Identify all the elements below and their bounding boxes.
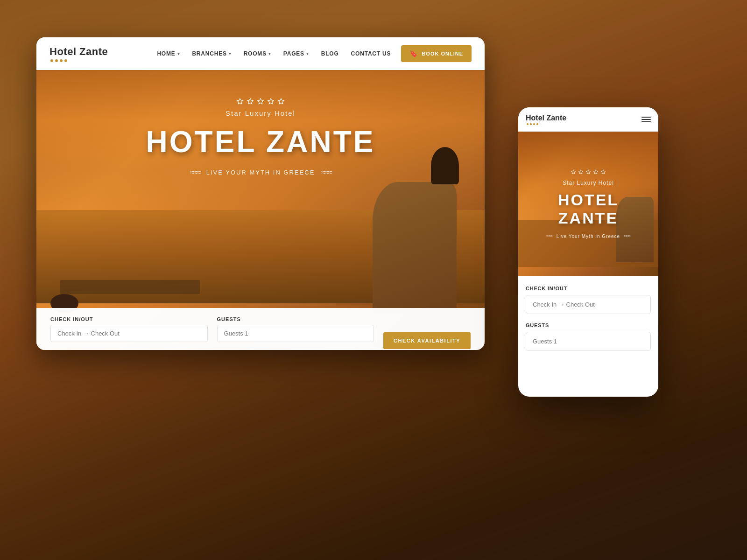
hero-tagline: Live Your Myth In Greece (206, 169, 315, 176)
mobile-star-1 (571, 168, 576, 177)
mobile-checkin-input[interactable] (526, 295, 651, 314)
mobile-wave-right: ≈≈≈ (624, 233, 630, 239)
desktop-nav-menu: HOME ▾ BRANCHES ▾ ROOMS ▾ PAGES ▾ BLOG C… (152, 48, 395, 60)
star-icon-5 (277, 98, 285, 105)
nav-item-blog[interactable]: BLOG (317, 48, 344, 60)
logo-dot-3 (60, 59, 63, 62)
mobile-booking-section: Check In/Out Guests (518, 276, 658, 369)
hamburger-line-3 (641, 121, 651, 122)
star-icon-3 (257, 98, 264, 105)
dock-element (60, 280, 200, 294)
mobile-guests-field: Guests (526, 322, 651, 351)
nav-branches-label: BRANCHES (192, 50, 226, 57)
nav-item-home[interactable]: HOME ▾ (152, 48, 184, 60)
book-online-label: BOOK ONLINE (422, 51, 463, 56)
mobile-hero: Star Luxury Hotel HOTEL ZANTE ≈≈≈ Live Y… (518, 132, 658, 276)
hamburger-line-1 (641, 117, 651, 118)
logo-dot-2 (55, 59, 58, 62)
nav-rooms-label: ROOMS (244, 50, 267, 57)
mobile-logo-text: Hotel Zante (526, 114, 641, 122)
mobile-checkin-field: Check In/Out (526, 286, 651, 314)
star-icon-2 (247, 98, 254, 105)
hero-title: HOTEL ZANTE (146, 125, 375, 159)
checkin-label: Check In/Out (50, 316, 208, 322)
cliff-trees (431, 147, 459, 184)
star-icon-4 (267, 98, 275, 105)
mobile-hero-title: HOTEL ZANTE (526, 191, 651, 227)
mobile-hero-subtitle: Star Luxury Hotel (526, 180, 651, 186)
mobile-navbar: Hotel Zante (518, 107, 658, 132)
mobile-dot-3 (533, 123, 535, 125)
check-availability-label: CHECK AVAILABILITY (394, 338, 460, 343)
book-icon: 🔖 (409, 50, 418, 57)
mobile-dot-2 (530, 123, 532, 125)
hero-subtitle: Star Luxury Hotel (146, 109, 375, 117)
nav-item-rooms[interactable]: ROOMS ▾ (239, 48, 276, 60)
mobile-guests-input[interactable] (526, 332, 651, 351)
checkin-input[interactable] (50, 325, 208, 342)
hero-tagline-row: ≈≈≈ Live Your Myth In Greece ≈≈≈ (146, 168, 375, 177)
guests-label: Guests (217, 316, 374, 322)
mobile-wave-left: ≈≈≈ (546, 233, 553, 239)
star-icon-1 (236, 98, 244, 105)
mobile-star-5 (600, 168, 606, 177)
desktop-logo[interactable]: Hotel Zante (49, 46, 108, 62)
mobile-hero-stars (526, 168, 651, 177)
book-online-button[interactable]: 🔖 BOOK ONLINE (401, 45, 472, 62)
logo-dot-4 (64, 59, 67, 62)
home-chevron-icon: ▾ (177, 51, 180, 56)
wave-deco-left: ≈≈≈ (190, 168, 200, 177)
mobile-star-2 (578, 168, 584, 177)
logo-dots (49, 59, 108, 62)
nav-pages-label: PAGES (283, 50, 304, 57)
desktop-hero: Star Luxury Hotel HOTEL ZANTE ≈≈≈ Live Y… (36, 70, 485, 350)
nav-home-label: HOME (157, 50, 175, 57)
rooms-chevron-icon: ▾ (268, 51, 271, 56)
mobile-logo-dots (527, 123, 641, 125)
mobile-hero-content: Star Luxury Hotel HOTEL ZANTE ≈≈≈ Live Y… (518, 168, 658, 239)
checkin-field: Check In/Out (50, 316, 208, 342)
mobile-star-3 (585, 168, 591, 177)
mobile-guests-label: Guests (526, 322, 651, 328)
mobile-dot-4 (536, 123, 538, 125)
wave-deco-right: ≈≈≈ (321, 168, 331, 177)
nav-item-pages[interactable]: PAGES ▾ (279, 48, 314, 60)
pages-chevron-icon: ▾ (306, 51, 309, 56)
nav-blog-label: BLOG (321, 50, 339, 57)
guests-field: Guests (217, 316, 374, 342)
hamburger-button[interactable] (641, 117, 651, 122)
mobile-star-4 (593, 168, 599, 177)
mobile-logo[interactable]: Hotel Zante (526, 114, 641, 125)
nav-item-branches[interactable]: BRANCHES ▾ (187, 48, 236, 60)
mobile-mockup: Hotel Zante (518, 107, 658, 397)
nav-contact-label: CONTACT US (351, 50, 391, 57)
cliff-element (373, 182, 457, 313)
hero-content: Star Luxury Hotel HOTEL ZANTE ≈≈≈ Live Y… (146, 98, 375, 177)
branches-chevron-icon: ▾ (229, 51, 232, 56)
desktop-logo-text: Hotel Zante (49, 46, 108, 58)
hero-stars (146, 98, 375, 105)
desktop-mockup: Hotel Zante HOME ▾ BRANCHES ▾ ROOMS ▾ (36, 37, 485, 350)
mobile-hero-tagline: Live Your Myth In Greece (557, 234, 620, 239)
hamburger-line-2 (641, 119, 651, 120)
logo-dot-1 (50, 59, 53, 62)
mobile-dot-1 (527, 123, 529, 125)
guests-input[interactable] (217, 325, 374, 342)
nav-item-contact[interactable]: CONTACT US (346, 48, 396, 60)
mobile-checkin-label: Check In/Out (526, 286, 651, 291)
check-availability-button[interactable]: CHECK AVAILABILITY (383, 332, 471, 349)
desktop-booking-bar: Check In/Out Guests CHECK AVAILABILITY (36, 308, 485, 350)
desktop-navbar: Hotel Zante HOME ▾ BRANCHES ▾ ROOMS ▾ (36, 37, 485, 70)
mobile-tagline-row: ≈≈≈ Live Your Myth In Greece ≈≈≈ (526, 233, 651, 239)
